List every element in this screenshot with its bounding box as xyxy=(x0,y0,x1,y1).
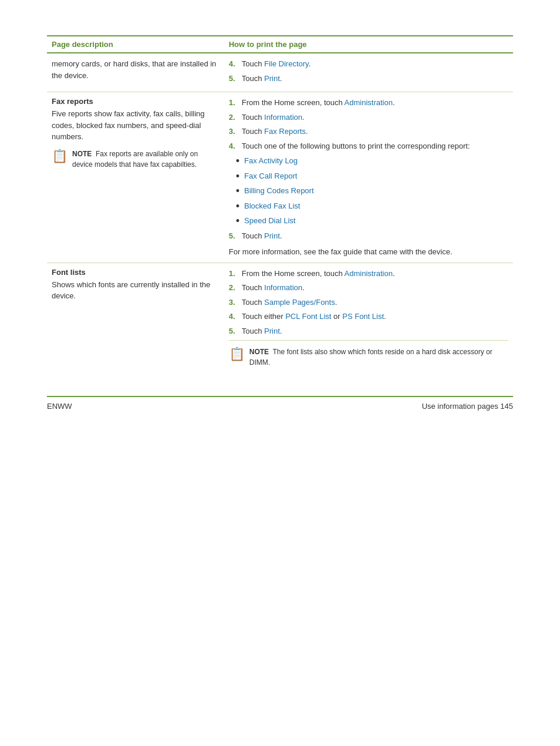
font-note-box: 📋 NOTE The font lists also show which fo… xyxy=(229,340,508,368)
blocked-fax-list-link[interactable]: Blocked Fax List xyxy=(244,200,300,212)
step-number: 3. xyxy=(229,297,238,308)
bullet-dot: • xyxy=(236,171,239,182)
bullet-item: •Speed Dial List xyxy=(236,215,508,227)
step-item: 4. Touch File Directory. xyxy=(229,58,508,70)
bullet-item: •Fax Activity Log xyxy=(236,155,508,167)
speed-dial-list-link[interactable]: Speed Dial List xyxy=(244,215,295,227)
note-label: NOTE xyxy=(72,150,92,158)
step-text: Touch Print. xyxy=(242,230,282,242)
fax-note-text: NOTE Fax reports are available only on d… xyxy=(72,149,220,170)
step-item: 1. From the Home screen, touch Administr… xyxy=(229,268,508,280)
font-lists-desc: Shows which fonts are currently installe… xyxy=(52,279,220,302)
step-number: 4. xyxy=(229,311,238,322)
bullet-dot: • xyxy=(236,201,239,211)
bullet-dot: • xyxy=(236,216,239,226)
information-link-2[interactable]: Information xyxy=(264,283,302,292)
step-item: 5. Touch Print. xyxy=(229,230,508,242)
administration-link-2[interactable]: Administration xyxy=(345,269,393,278)
ps-font-list-link[interactable]: PS Font List xyxy=(342,312,384,321)
memory-steps: 4. Touch File Directory. 5. Touch Print. xyxy=(229,58,508,84)
step-text: Touch File Directory. xyxy=(242,58,311,70)
fax-reports-desc: Five reports show fax activity, fax call… xyxy=(52,108,220,143)
right-cell-font-lists: 1. From the Home screen, touch Administr… xyxy=(224,263,513,372)
font-note-text: NOTE The font lists also show which font… xyxy=(249,347,508,368)
information-link[interactable]: Information xyxy=(264,113,302,122)
left-cell-font-lists: Font lists Shows which fonts are current… xyxy=(47,263,224,372)
step-item: 1. From the Home screen, touch Administr… xyxy=(229,97,508,109)
col-header-description: Page description xyxy=(47,36,224,53)
step-item: 4. Touch either PCL Font List or PS Font… xyxy=(229,311,508,322)
sample-pages-fonts-link[interactable]: Sample Pages/Fonts xyxy=(264,298,335,307)
step-number: 4. xyxy=(229,140,238,152)
print-link-3[interactable]: Print xyxy=(264,327,280,335)
note-icon-2: 📋 xyxy=(229,348,245,361)
footer-page-info: Use information pages 145 xyxy=(422,402,513,411)
step-number: 3. xyxy=(229,126,238,137)
font-steps: 1. From the Home screen, touch Administr… xyxy=(229,268,508,337)
fax-extra-text: For more information, see the fax guide … xyxy=(229,246,508,258)
pcl-font-list-link[interactable]: PCL Font List xyxy=(285,312,331,321)
note-icon: 📋 xyxy=(52,150,68,163)
fax-bullets: •Fax Activity Log •Fax Call Report •Bill… xyxy=(229,155,508,227)
step-number: 2. xyxy=(229,112,238,123)
step-text: From the Home screen, touch Administrati… xyxy=(242,97,395,109)
right-cell-fax-reports: 1. From the Home screen, touch Administr… xyxy=(224,92,513,263)
step-text: Touch either PCL Font List or PS Font Li… xyxy=(242,311,386,322)
step-number: 1. xyxy=(229,268,238,280)
step-item: 5. Touch Print. xyxy=(229,73,508,85)
fax-reports-title: Fax reports xyxy=(52,97,220,106)
bullet-item: •Fax Call Report xyxy=(236,170,508,182)
print-link[interactable]: Print xyxy=(264,74,280,83)
fax-steps: 1. From the Home screen, touch Administr… xyxy=(229,97,508,152)
step-item: 3. Touch Fax Reports. xyxy=(229,126,508,137)
fax-reports-link[interactable]: Fax Reports xyxy=(264,127,306,136)
fax-activity-log-link[interactable]: Fax Activity Log xyxy=(244,155,298,167)
fax-note-box: 📋 NOTE Fax reports are available only on… xyxy=(52,149,220,170)
col-header-how-to: How to print the page xyxy=(224,36,513,53)
step-item: 2. Touch Information. xyxy=(229,282,508,294)
step-text: Touch Information. xyxy=(242,282,305,294)
step-item: 3. Touch Sample Pages/Fonts. xyxy=(229,297,508,308)
font-lists-title: Font lists xyxy=(52,268,220,277)
bullet-item: •Blocked Fax List xyxy=(236,200,508,212)
file-directory-link[interactable]: File Directory xyxy=(264,59,309,68)
step-text: Touch Sample Pages/Fonts. xyxy=(242,297,338,308)
bullet-item: •Billing Codes Report xyxy=(236,185,508,197)
memory-desc: memory cards, or hard disks, that are in… xyxy=(52,59,216,80)
step-text: From the Home screen, touch Administrati… xyxy=(242,268,395,280)
print-link-2[interactable]: Print xyxy=(264,231,280,240)
administration-link[interactable]: Administration xyxy=(345,98,393,107)
step-item: 4. Touch one of the following buttons to… xyxy=(229,140,508,152)
left-cell-fax-reports: Fax reports Five reports show fax activi… xyxy=(47,92,224,263)
fax-call-report-link[interactable]: Fax Call Report xyxy=(244,170,297,182)
fax-after-steps: 5. Touch Print. xyxy=(229,230,508,242)
step-number: 5. xyxy=(229,325,238,337)
step-number: 1. xyxy=(229,97,238,109)
left-cell-memory: memory cards, or hard disks, that are in… xyxy=(47,53,224,92)
footer-enww: ENWW xyxy=(47,402,72,411)
step-text: Touch Fax Reports. xyxy=(242,126,308,137)
step-text: Touch one of the following buttons to pr… xyxy=(242,140,470,152)
bullet-dot: • xyxy=(236,186,239,196)
step-text: Touch Information. xyxy=(242,112,305,123)
step-item: 5. Touch Print. xyxy=(229,325,508,337)
note-label-2: NOTE xyxy=(249,348,269,356)
step-number: 5. xyxy=(229,73,238,85)
step-number: 2. xyxy=(229,282,238,294)
bullet-dot: • xyxy=(236,156,239,166)
billing-codes-report-link[interactable]: Billing Codes Report xyxy=(244,185,314,197)
step-number: 4. xyxy=(229,58,238,70)
step-text: Touch Print. xyxy=(242,73,282,85)
step-number: 5. xyxy=(229,230,238,242)
right-cell-memory: 4. Touch File Directory. 5. Touch Print. xyxy=(224,53,513,92)
step-text: Touch Print. xyxy=(242,325,282,337)
step-item: 2. Touch Information. xyxy=(229,112,508,123)
